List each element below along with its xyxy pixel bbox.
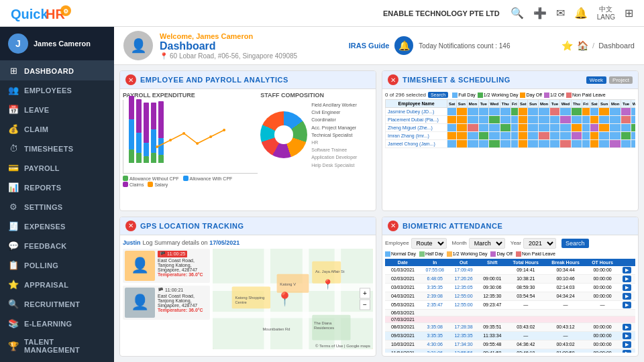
sidebar-item-leave[interactable]: 📅 LEAVE [0, 100, 114, 119]
search-icon[interactable]: 🔍 [511, 7, 524, 19]
expenses-icon: 🧾 [8, 221, 19, 231]
map-pin-main: 📍 [276, 291, 293, 307]
row-action-btn[interactable]: ▶ [623, 341, 631, 348]
svg-point-8 [209, 135, 212, 138]
widget-biometric-close[interactable]: ✕ [388, 221, 398, 231]
sidebar-nav: ⊞ DASHBOARD 👥 EMPLOYEES 📅 LEAVE 💰 CLAIM … [0, 61, 114, 362]
sidebar-item-settings[interactable]: ⚙ SETTINGS [0, 197, 114, 217]
legend-salary: Salary [148, 182, 168, 187]
pie-label-7: Software Trainee [311, 146, 357, 154]
col-shift: Shift [478, 259, 506, 266]
reports-icon: 📊 [8, 182, 19, 192]
map-pin-secondary: 📍 [322, 279, 333, 290]
table-row: Zheng Miguel (Zhe...) [386, 124, 636, 132]
mail-icon[interactable]: ✉ [556, 7, 565, 19]
grid-icon[interactable]: ⊞ [625, 7, 633, 19]
timesheets-icon: ⏱ [8, 143, 19, 154]
row-action-btn[interactable]: ▶ [623, 324, 631, 330]
widget-biometric-title: BIOMETRIC ATTENDANCE [402, 222, 502, 230]
payroll-icon: 💳 [8, 163, 19, 173]
sidebar-item-feedback[interactable]: 💬 FEEDBACK [0, 236, 114, 255]
sidebar-user: J James Cameron [0, 27, 114, 61]
sidebar-item-polling[interactable]: 📋 POLLING [0, 255, 114, 275]
pie-label-1: Field Ancillary Worker [311, 101, 357, 109]
widget-timesheet-title: TIMESHEET & SCHEDULING [402, 76, 511, 84]
employee-filter-select[interactable]: Route [411, 238, 447, 249]
zoom-in-btn[interactable]: + [360, 288, 370, 298]
header-icons: 🔍 ➕ ✉ 🔔 中文 LANG ⊞ [511, 5, 633, 21]
row-action-btn[interactable]: ▶ [623, 350, 631, 353]
feedback-icon: 💬 [8, 241, 19, 251]
table-row: 07/03/2021 [385, 316, 635, 322]
sidebar-item-reports[interactable]: 📊 REPORTS [0, 178, 114, 197]
widget-payroll: ✕ EMPLOYEE AND PAYROLL ANALYTICS PAYROLL… [119, 70, 376, 211]
notification-bell[interactable]: 🔔 [394, 36, 413, 55]
row-action-btn[interactable]: ▶ [623, 276, 631, 282]
year-filter-select[interactable]: 2021 [523, 238, 556, 249]
home-icon[interactable]: 🏠 [577, 40, 588, 51]
row-action-btn[interactable]: ▶ [623, 284, 631, 291]
pie-label-2: Civil Engineer [311, 109, 357, 116]
month-filter-select[interactable]: March [469, 238, 505, 249]
project-tab[interactable]: Project [609, 76, 633, 84]
svg-text:The Diana: The Diana [314, 320, 332, 324]
sidebar-item-claim[interactable]: 💰 CLAIM [0, 119, 114, 139]
col-total: Total Hours [506, 259, 545, 266]
widget-payroll-close[interactable]: ✕ [125, 74, 136, 85]
sub-header-left: 👤 Welcome, James Cameron Dashboard 📍 60 … [123, 31, 297, 60]
widget-biometric-header: ✕ BIOMETRIC ATTENDANCE [382, 217, 638, 235]
search-ts-btn[interactable]: Search [428, 92, 448, 98]
table-row: 06/03/2021 [385, 309, 635, 316]
widget-payroll-header: ✕ EMPLOYEE AND PAYROLL ANALYTICS [120, 71, 376, 89]
iras-guide-link[interactable]: IRAS Guide [349, 42, 390, 50]
svg-point-5 [169, 139, 172, 141]
week-tab[interactable]: Week [586, 76, 606, 84]
sidebar-item-expenses[interactable]: 🧾 EXPENSES [0, 217, 114, 236]
col-in: In [421, 259, 449, 266]
sidebar-item-timesheets[interactable]: ⏱ TIMESHEETS [0, 139, 114, 158]
sidebar-item-elearning[interactable]: 📚 E-LEARNING [0, 314, 114, 333]
row-action-btn[interactable]: ▶ [623, 267, 631, 274]
widget-gps-close[interactable]: ✕ [125, 221, 136, 231]
svg-point-6 [182, 132, 185, 135]
year-filter-label: Year [511, 240, 521, 246]
sidebar-item-recruitment[interactable]: 🔍 RECRUITMENT [0, 294, 114, 314]
zoom-out-btn[interactable]: − [360, 299, 370, 310]
top-header: Quick HR ⚙ ENABLE TECHNOLOGY PTE LTD 🔍 ➕… [0, 0, 644, 27]
bio-legend-nonpaid: Non Paid Leave [516, 251, 555, 257]
sidebar-item-security[interactable]: 🔒 SECURITY [0, 359, 114, 362]
star-icon[interactable]: ⭐ [561, 40, 573, 51]
payroll-chart-label: PAYROLL EXPENDITURE [123, 92, 258, 99]
widget-timesheet: ✕ TIMESHEET & SCHEDULING Week Project 0 … [382, 70, 639, 211]
row-action-btn[interactable]: ▶ [623, 293, 631, 300]
sidebar-item-dashboard[interactable]: ⊞ DASHBOARD [0, 61, 114, 80]
sidebar-item-employees[interactable]: 👥 EMPLOYEES [0, 80, 114, 100]
table-row: 11/04/2021 2:31:06 12:55:56 09:41:50 03:… [385, 349, 635, 353]
add-icon[interactable]: ➕ [533, 7, 547, 19]
row-action-btn[interactable]: ▶ [623, 333, 631, 339]
main-layout: J James Cameron ⊞ DASHBOARD 👥 EMPLOYEES … [0, 27, 644, 362]
svg-text:⚙: ⚙ [63, 8, 68, 15]
gps-map: Map Satellite [213, 249, 373, 350]
sidebar-item-talent[interactable]: 🏆 TALENT MANAGEMENT [0, 333, 114, 359]
gps-log-header: Justin Log Summary details on 17/05/2021 [123, 238, 373, 246]
row-action-btn[interactable]: ▶ [623, 302, 631, 308]
widget-timesheet-close[interactable]: ✕ [388, 74, 398, 85]
biometric-search-btn[interactable]: Search [561, 239, 589, 248]
pie-label-9: Help Desk Specialist [311, 162, 357, 169]
bio-legend-halfday: Half Day [419, 251, 443, 257]
sidebar-item-payroll[interactable]: 💳 PAYROLL [0, 158, 114, 178]
bell-icon[interactable]: 🔔 [574, 7, 588, 19]
talent-icon: 🏆 [8, 341, 19, 351]
bio-legend-normalday: Normal Day [385, 251, 416, 257]
employee-filter-label: Employee [385, 240, 409, 246]
svg-point-4 [156, 145, 158, 148]
svg-point-7 [196, 142, 199, 145]
pie-label-8: Application Developer [311, 154, 357, 161]
svg-text:Quick: Quick [11, 7, 48, 21]
sidebar-item-appraisal[interactable]: ⭐ APPRAISAL [0, 275, 114, 294]
sub-header: 👤 Welcome, James Cameron Dashboard 📍 60 … [114, 27, 644, 65]
language-switcher[interactable]: 中文 LANG [597, 5, 615, 21]
legend-workingday: 1/2 Working Day [478, 93, 519, 98]
sidebar-username: James Cameron [34, 40, 91, 48]
